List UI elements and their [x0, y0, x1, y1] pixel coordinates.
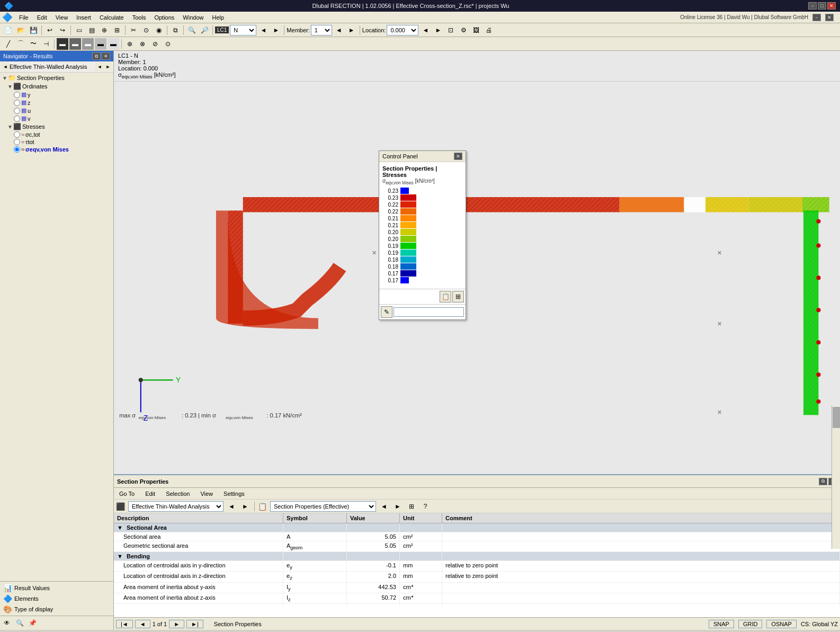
sb-next[interactable]: ►: [169, 620, 184, 628]
radio-sigma-eqv[interactable]: [14, 146, 20, 153]
member-combo[interactable]: 1: [311, 25, 332, 35]
sb-prev[interactable]: ◄: [135, 620, 150, 628]
sp-filter-btn[interactable]: ⊞: [406, 501, 417, 512]
draw-arc[interactable]: ⌒: [15, 38, 26, 50]
license-minimize[interactable]: −: [812, 14, 821, 21]
nav-item-tau-tot[interactable]: ≈ τtot: [1, 138, 112, 146]
nav-item-v[interactable]: ▩ v: [1, 114, 112, 122]
draw-curve[interactable]: 〜: [28, 38, 39, 50]
cp-copy-btn[interactable]: 📋: [440, 291, 451, 302]
settings-btn[interactable]: ⚙: [458, 24, 469, 36]
radio-u[interactable]: [14, 108, 20, 114]
sp-scroll-thumb[interactable]: [833, 407, 840, 428]
draw-t1[interactable]: ⊕: [124, 38, 136, 50]
nav-icon-1[interactable]: 👁: [1, 617, 13, 629]
nav-detach[interactable]: ⧉: [92, 52, 101, 60]
draw-tool1[interactable]: ⊣: [40, 38, 52, 50]
sp-analysis-next[interactable]: ►: [239, 501, 251, 512]
tb-btn-5[interactable]: ✂: [128, 24, 139, 36]
nav-icon-3[interactable]: 📌: [26, 617, 38, 629]
sp-help-btn[interactable]: ?: [419, 501, 431, 512]
tb-btn-8[interactable]: ⧉: [169, 24, 181, 36]
sb-last[interactable]: ►|: [186, 620, 203, 628]
menu-window[interactable]: Window: [178, 13, 208, 22]
zoom-fit[interactable]: ⊡: [445, 24, 457, 36]
redo-button[interactable]: ↪: [57, 24, 68, 36]
radio-y[interactable]: [14, 92, 20, 98]
menu-help[interactable]: Help: [208, 13, 228, 22]
menu-edit[interactable]: Edit: [33, 13, 51, 22]
canvas-area[interactable]: × × × × Y Z max σ eqv,von Mises : 0.23 |…: [114, 82, 840, 474]
menu-options[interactable]: Options: [150, 13, 178, 22]
menu-insert[interactable]: Insert: [72, 13, 95, 22]
sp-scrollbar[interactable]: [832, 406, 840, 549]
fill-5[interactable]: ▬: [108, 38, 119, 50]
lc-combo[interactable]: N: [230, 25, 256, 35]
undo-button[interactable]: ↩: [44, 24, 56, 36]
nav-item-z[interactable]: ▩ z: [1, 99, 112, 106]
nav-item-sigma-tot[interactable]: ≈ σc,tot: [1, 131, 112, 138]
draw-line[interactable]: ╱: [2, 38, 14, 50]
radio-sigma-tot[interactable]: [14, 131, 20, 138]
nav-item-sigma-eqv[interactable]: ≈ σeqv,von Mises: [1, 146, 112, 153]
lc-next[interactable]: ►: [270, 24, 282, 36]
sp-detach[interactable]: ⧉: [819, 478, 827, 485]
nav-close[interactable]: ✕: [102, 52, 110, 60]
render-btn[interactable]: 🖼: [470, 24, 482, 36]
analysis-prev[interactable]: ◄: [95, 63, 104, 71]
nav-item-u[interactable]: ▩ u: [1, 106, 112, 114]
print-btn[interactable]: 🖨: [483, 24, 495, 36]
tb-btn-10[interactable]: 🔎: [199, 24, 210, 36]
nav-item-stresses[interactable]: ▼ ⬛ Stresses: [1, 122, 112, 131]
cp-value-input[interactable]: [394, 307, 464, 317]
sp-table-next[interactable]: ►: [392, 501, 404, 512]
fill-1[interactable]: ▬: [57, 38, 68, 50]
member-prev[interactable]: ◄: [333, 24, 345, 36]
nav-elements[interactable]: 🔷 Elements: [1, 593, 112, 604]
menu-file[interactable]: File: [15, 13, 33, 22]
minimize-button[interactable]: −: [808, 2, 817, 10]
save-button[interactable]: 💾: [28, 24, 39, 36]
sp-edit[interactable]: Edit: [142, 490, 158, 497]
sp-table-prev[interactable]: ◄: [378, 501, 390, 512]
radio-v[interactable]: [14, 115, 20, 122]
sp-analysis-prev[interactable]: ◄: [226, 501, 237, 512]
menu-tools[interactable]: Tools: [128, 13, 150, 22]
tb-btn-4[interactable]: ⊞: [111, 24, 123, 36]
tb-btn-9[interactable]: 🔍: [186, 24, 198, 36]
draw-t2[interactable]: ⊗: [137, 38, 148, 50]
sp-table-body[interactable]: ▼ Sectional Area Sectional area A 5.05 c…: [114, 523, 840, 606]
nav-item-ordinates[interactable]: ▼ ⬛ Ordinates: [1, 82, 112, 91]
menu-view[interactable]: View: [51, 13, 73, 22]
sp-analysis-combo[interactable]: Effective Thin-Walled Analysis: [128, 501, 224, 512]
draw-t3[interactable]: ⊘: [149, 38, 161, 50]
tb-btn-7[interactable]: ◉: [153, 24, 165, 36]
tb-btn-3[interactable]: ⊕: [99, 24, 110, 36]
cp-close[interactable]: ✕: [454, 153, 462, 160]
draw-t4[interactable]: ⊙: [162, 38, 174, 50]
maximize-button[interactable]: □: [818, 2, 826, 10]
sp-settings[interactable]: Settings: [220, 490, 248, 497]
menu-calculate[interactable]: Calculate: [95, 13, 128, 22]
open-button[interactable]: 📂: [15, 24, 26, 36]
fill-4[interactable]: ▬: [95, 38, 106, 50]
sp-table-combo[interactable]: Section Properties (Effective): [270, 501, 376, 512]
nav-item-section-props[interactable]: ▼ 📁 Section Properties: [1, 74, 112, 82]
nav-icon-2[interactable]: 🔍: [14, 617, 25, 629]
new-button[interactable]: 📄: [2, 24, 14, 36]
nav-collapse[interactable]: ◄: [1, 63, 10, 71]
close-button[interactable]: ✕: [827, 2, 836, 10]
lc-prev[interactable]: ◄: [257, 24, 269, 36]
sa-expand[interactable]: ▼: [117, 524, 123, 531]
location-combo[interactable]: 0.000: [387, 25, 418, 35]
sb-first[interactable]: |◄: [116, 620, 133, 628]
fill-3[interactable]: ▬: [82, 38, 94, 50]
sp-selection[interactable]: Selection: [163, 490, 193, 497]
nav-result-values[interactable]: 📊 Result Values: [1, 583, 112, 593]
sb-osnap[interactable]: OSNAP: [766, 620, 797, 628]
radio-z[interactable]: [14, 100, 20, 106]
tb-btn-1[interactable]: ▭: [73, 24, 85, 36]
tb-btn-6[interactable]: ⊙: [140, 24, 152, 36]
bend-expand[interactable]: ▼: [117, 553, 123, 559]
nav-type-display[interactable]: 🎨 Type of display: [1, 604, 112, 615]
